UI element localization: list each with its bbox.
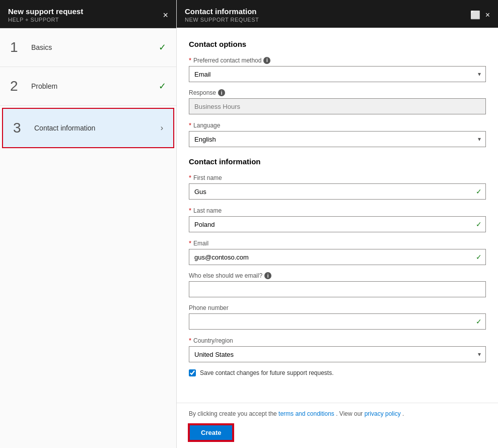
country-region-group: * Country/region United States Canada Un…: [189, 337, 486, 362]
first-name-input[interactable]: [189, 183, 486, 200]
main-layout: New support request HELP + SUPPORT × 1 B…: [0, 0, 498, 448]
response-group: Response i: [189, 89, 486, 114]
response-label: Response i: [189, 89, 486, 96]
preferred-contact-select[interactable]: Email Phone: [189, 66, 486, 82]
right-panel-subtitle: NEW SUPPORT REQUEST: [185, 17, 259, 23]
step-1-check-icon: ✓: [159, 42, 166, 53]
language-select[interactable]: English Spanish French: [189, 131, 486, 147]
right-panel-close-button[interactable]: ×: [485, 11, 490, 19]
country-select[interactable]: United States Canada United Kingdom: [189, 346, 486, 362]
first-name-group: * First name ✓: [189, 174, 486, 200]
left-panel-subtitle: HELP + SUPPORT: [8, 17, 83, 23]
save-contact-checkbox[interactable]: [189, 369, 196, 376]
step-3-number: 3: [13, 120, 27, 136]
country-region-label: * Country/region: [189, 337, 486, 344]
country-select-wrapper: United States Canada United Kingdom ▾: [189, 346, 486, 362]
steps-list: 1 Basics ✓ 2 Problem ✓ 3 Contact informa…: [0, 28, 176, 448]
step-1-item[interactable]: 1 Basics ✓: [0, 28, 176, 67]
right-footer: By clicking create you accept the terms …: [177, 403, 498, 448]
first-name-check-icon: ✓: [476, 187, 482, 196]
email-group: * Email ✓: [189, 239, 486, 265]
right-panel: Contact information NEW SUPPORT REQUEST …: [176, 0, 498, 448]
right-panel-minimize-button[interactable]: ⬜: [470, 11, 480, 19]
save-contact-row: Save contact changes for future support …: [189, 369, 486, 376]
first-name-wrapper: ✓: [189, 183, 486, 200]
footer-legal: By clicking create you accept the terms …: [189, 410, 486, 417]
left-panel-title: New support request: [8, 7, 83, 16]
phone-number-group: Phone number ✓: [189, 304, 486, 330]
email-required-star: *: [189, 239, 191, 247]
create-button[interactable]: Create: [189, 424, 233, 441]
last-name-wrapper: ✓: [189, 216, 486, 232]
first-name-required-star: *: [189, 174, 191, 181]
right-header: Contact information NEW SUPPORT REQUEST …: [177, 0, 498, 28]
who-else-label: Who else should we email? i: [189, 272, 486, 279]
contact-information-title: Contact information: [189, 157, 486, 166]
who-else-input[interactable]: [189, 281, 486, 297]
last-name-label: * Last name: [189, 207, 486, 214]
required-star: *: [189, 56, 191, 64]
first-name-label: * First name: [189, 174, 486, 181]
contact-options-title: Contact options: [189, 40, 486, 48]
who-else-info-icon: i: [264, 272, 271, 279]
response-info-icon: i: [218, 89, 225, 96]
country-required-star: *: [189, 337, 191, 344]
save-contact-label: Save contact changes for future support …: [200, 369, 334, 376]
privacy-link[interactable]: privacy policy: [365, 410, 401, 417]
phone-number-label: Phone number: [189, 304, 486, 311]
preferred-contact-select-wrapper: Email Phone ▾: [189, 66, 486, 82]
email-wrapper: ✓: [189, 249, 486, 265]
preferred-contact-info-icon: i: [263, 57, 270, 64]
last-name-check-icon: ✓: [476, 220, 482, 228]
language-label: * Language: [189, 121, 486, 129]
phone-number-wrapper: ✓: [189, 313, 486, 330]
email-check-icon: ✓: [476, 253, 482, 261]
left-panel: New support request HELP + SUPPORT × 1 B…: [0, 0, 176, 448]
step-2-item[interactable]: 2 Problem ✓: [0, 67, 176, 106]
last-name-group: * Last name ✓: [189, 207, 486, 232]
language-required-star: *: [189, 121, 191, 129]
step-2-number: 2: [10, 78, 24, 94]
email-input[interactable]: [189, 249, 486, 265]
step-1-label: Basics: [31, 43, 155, 51]
phone-number-input[interactable]: [189, 313, 486, 330]
left-header: New support request HELP + SUPPORT ×: [0, 0, 176, 28]
email-label: * Email: [189, 239, 486, 247]
who-else-group: Who else should we email? i: [189, 272, 486, 297]
terms-link[interactable]: terms and conditions: [278, 410, 334, 417]
response-input[interactable]: [189, 98, 486, 114]
preferred-contact-method-group: * Preferred contact method i Email Phone…: [189, 56, 486, 82]
step-3-item[interactable]: 3 Contact information ›: [2, 108, 174, 148]
language-select-wrapper: English Spanish French ▾: [189, 131, 486, 147]
right-panel-title: Contact information: [185, 7, 259, 16]
step-3-label: Contact information: [34, 124, 157, 132]
step-3-arrow-icon: ›: [161, 123, 163, 133]
language-group: * Language English Spanish French ▾: [189, 121, 486, 147]
left-panel-close-button[interactable]: ×: [163, 11, 168, 20]
step-2-check-icon: ✓: [159, 81, 166, 92]
last-name-input[interactable]: [189, 216, 486, 232]
phone-check-icon: ✓: [476, 317, 482, 326]
step-1-number: 1: [10, 39, 24, 55]
right-content: Contact options * Preferred contact meth…: [177, 28, 498, 403]
step-2-label: Problem: [31, 82, 155, 90]
last-name-required-star: *: [189, 207, 191, 214]
preferred-contact-method-label: * Preferred contact method i: [189, 56, 486, 64]
